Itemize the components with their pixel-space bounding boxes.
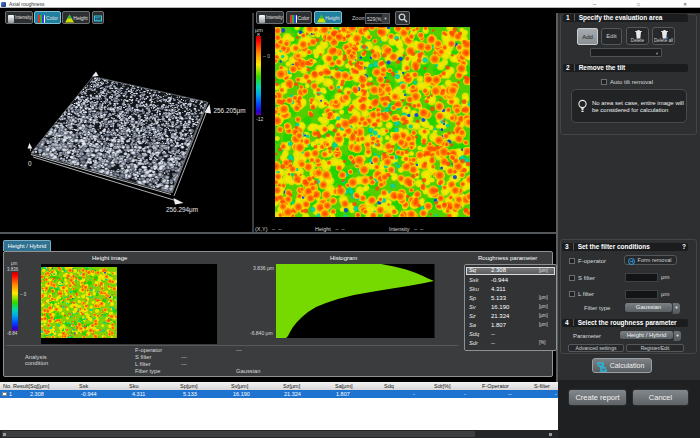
svg-text:256.205μm: 256.205μm <box>214 107 246 115</box>
svg-text:256.294μm: 256.294μm <box>166 206 198 214</box>
svg-text:0: 0 <box>28 160 32 167</box>
svg-text:»: » <box>666 34 669 40</box>
